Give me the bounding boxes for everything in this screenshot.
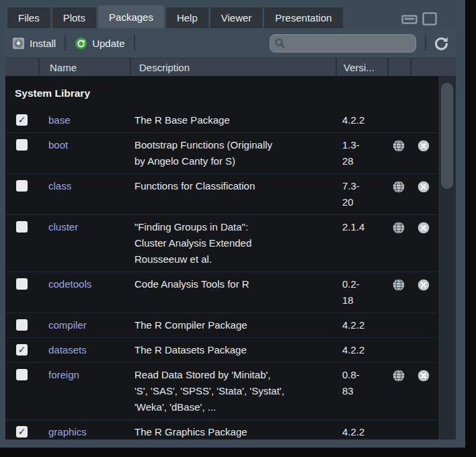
install-icon: [12, 37, 25, 50]
package-name-link[interactable]: codetools: [38, 276, 91, 292]
package-version: 0.8- 83: [335, 367, 387, 399]
package-remove-icon[interactable]: [418, 279, 430, 291]
package-description: The R Graphics Package: [130, 424, 335, 440]
table-row: boot Bootstrap Functions (Originally by …: [5, 133, 437, 174]
package-checkbox[interactable]: [16, 369, 28, 380]
table-row: foreign Read Data Stored by 'Minitab', '…: [5, 363, 437, 420]
package-website-icon[interactable]: [393, 370, 405, 382]
package-website-icon[interactable]: [393, 222, 405, 234]
package-name-link[interactable]: foreign: [38, 367, 79, 383]
package-description: The R Datasets Package: [130, 342, 335, 358]
package-description: The R Compiler Package: [130, 317, 335, 333]
table-row: class Functions for Classification 7.3- …: [5, 174, 437, 215]
tab-presentation[interactable]: Presentation: [264, 7, 342, 28]
table-row: codetools Code Analysis Tools for R 0.2-…: [5, 272, 437, 313]
header-checkbox-column: [5, 58, 38, 76]
package-checkbox[interactable]: ✓: [16, 114, 28, 126]
package-checkbox[interactable]: [16, 319, 28, 331]
table-row: ✓ base The R Base Package 4.2.2: [5, 108, 437, 133]
tab-plots[interactable]: Plots: [52, 7, 96, 28]
package-website-icon[interactable]: [393, 140, 405, 152]
package-checkbox[interactable]: [16, 278, 28, 290]
search-box: [270, 34, 416, 52]
package-name-link[interactable]: class: [38, 178, 71, 194]
library-group-header: System Library: [5, 76, 437, 108]
table-row: ✓ datasets The R Datasets Package 4.2.2: [5, 338, 437, 363]
window-controls: [401, 12, 437, 28]
maximize-icon[interactable]: [422, 12, 437, 26]
toolbar-separator: [65, 35, 66, 51]
scrollbar-thumb[interactable]: [441, 83, 453, 189]
search-input[interactable]: [288, 37, 411, 49]
update-button[interactable]: Update: [68, 33, 131, 53]
tab-packages[interactable]: Packages: [98, 5, 164, 28]
tab-files[interactable]: Files: [7, 7, 50, 28]
search-icon: [274, 38, 286, 49]
package-version: 4.2.2: [335, 112, 387, 128]
package-version: 7.3- 20: [335, 178, 387, 210]
package-website-icon[interactable]: [393, 279, 405, 291]
package-description: Functions for Classification: [130, 178, 335, 194]
package-name-link[interactable]: graphics: [38, 424, 87, 440]
package-description: The R Base Package: [130, 112, 335, 128]
tab-help[interactable]: Help: [166, 7, 208, 28]
update-icon: [75, 37, 87, 50]
table-row: cluster "Finding Groups in Data": Cluste…: [5, 215, 437, 272]
toolbar-separator: [425, 35, 426, 51]
packages-toolbar: Install Update: [5, 28, 456, 58]
package-version: 0.2- 18: [335, 276, 387, 308]
vertical-scrollbar[interactable]: [437, 76, 456, 440]
package-version: 2.1.4: [335, 219, 387, 235]
tab-viewer[interactable]: Viewer: [210, 7, 263, 28]
table-header: Name Description Versi...: [5, 58, 456, 76]
header-blank-column: [387, 58, 410, 76]
package-description: Bootstrap Functions (Originally by Angel…: [130, 137, 335, 169]
package-checkbox[interactable]: [16, 180, 28, 192]
refresh-icon: [434, 36, 449, 51]
minimize-icon[interactable]: [401, 13, 418, 24]
package-remove-icon[interactable]: [418, 140, 430, 152]
refresh-button[interactable]: [428, 36, 456, 51]
install-button[interactable]: Install: [5, 33, 63, 53]
package-name-link[interactable]: datasets: [38, 342, 87, 358]
package-version: 4.2.2: [335, 424, 387, 440]
package-name-link[interactable]: cluster: [38, 219, 78, 235]
header-blank-column: [410, 58, 456, 76]
package-checkbox[interactable]: ✓: [16, 426, 28, 438]
package-remove-icon[interactable]: [418, 370, 430, 382]
header-version: Versi...: [335, 58, 387, 76]
package-name-link[interactable]: compiler: [38, 317, 87, 333]
packages-pane: Files Plots Packages Help Viewer Present…: [0, 0, 465, 448]
package-description: Read Data Stored by 'Minitab', 'S', 'SAS…: [130, 367, 335, 415]
toolbar-separator: [134, 35, 135, 51]
header-description: Description: [130, 58, 335, 76]
package-version: 1.3- 28: [335, 137, 387, 169]
package-description: "Finding Groups in Data": Cluster Analys…: [130, 219, 335, 267]
package-checkbox[interactable]: ✓: [16, 344, 28, 356]
package-version: 4.2.2: [335, 317, 387, 333]
package-description: Code Analysis Tools for R: [130, 276, 335, 292]
package-website-icon[interactable]: [393, 181, 405, 193]
update-label: Update: [92, 38, 124, 49]
package-version: 4.2.2: [335, 342, 387, 358]
package-checkbox[interactable]: [16, 139, 28, 151]
header-name: Name: [38, 58, 130, 76]
package-checkbox[interactable]: [16, 221, 28, 233]
package-remove-icon[interactable]: [418, 181, 430, 193]
table-row: ✓ graphics The R Graphics Package 4.2.2: [5, 420, 437, 440]
install-label: Install: [30, 38, 56, 49]
package-name-link[interactable]: base: [38, 112, 71, 128]
package-remove-icon[interactable]: [418, 222, 430, 234]
table-row: compiler The R Compiler Package 4.2.2: [5, 313, 437, 338]
packages-list: System Library ✓ base The R Base Package…: [5, 76, 456, 440]
package-name-link[interactable]: boot: [38, 137, 68, 153]
tab-bar: Files Plots Packages Help Viewer Present…: [5, 4, 456, 28]
